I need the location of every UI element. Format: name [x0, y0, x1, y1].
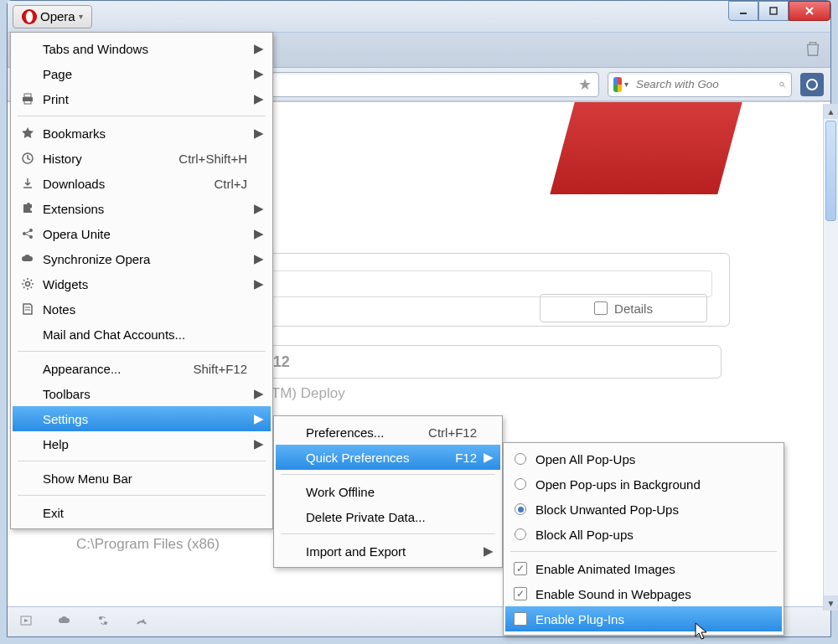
- star-icon: [19, 126, 36, 140]
- menu-item-print[interactable]: Print▶: [13, 86, 271, 111]
- menu-item-block-unwanted-pop-ups[interactable]: Block Unwanted Pop-Ups: [505, 497, 782, 522]
- menu-item-work-offline[interactable]: Work Offline: [276, 479, 500, 504]
- menu-item-label: Downloads: [43, 177, 182, 191]
- submenu-arrow-icon: ▶: [254, 126, 262, 141]
- svg-rect-9: [24, 94, 31, 97]
- menu-separator: [510, 551, 777, 552]
- submenu-arrow-icon: ▶: [254, 436, 262, 451]
- menu-item-history[interactable]: HistoryCtrl+Shift+H: [13, 146, 271, 171]
- menu-item-label: Help: [43, 437, 247, 451]
- menu-item-open-pop-ups-in-background[interactable]: Open Pop-ups in Background: [505, 471, 782, 497]
- vertical-scrollbar[interactable]: ▲ ▼: [823, 104, 838, 611]
- menu-item-label: Preferences...: [306, 425, 396, 440]
- window-controls: [728, 1, 830, 21]
- menu-item-extensions[interactable]: Extensions▶: [13, 196, 271, 221]
- menu-item-accelerator: Shift+F12: [168, 362, 247, 376]
- menu-separator: [18, 116, 266, 116]
- quick-preferences-submenu: Open All Pop-UpsOpen Pop-ups in Backgrou…: [503, 442, 784, 636]
- menu-item-label: Enable Plug-Ins: [535, 612, 758, 626]
- submenu-arrow-icon: ▶: [254, 276, 262, 291]
- cloud-icon: [19, 252, 36, 265]
- closed-tabs-trash-button[interactable]: [804, 39, 822, 60]
- svg-point-13: [23, 232, 26, 235]
- menu-item-appearance[interactable]: Appearance...Shift+F12: [13, 356, 271, 381]
- menu-item-enable-sound-in-webpages[interactable]: ✓Enable Sound in Webpages: [505, 581, 782, 606]
- trash-icon: [804, 39, 822, 58]
- menu-item-exit[interactable]: Exit: [13, 500, 271, 525]
- menu-item-enable-plug-ins[interactable]: Enable Plug-Ins: [505, 606, 782, 631]
- menu-separator: [18, 351, 266, 352]
- menu-separator: [281, 474, 495, 475]
- menu-item-import-and-export[interactable]: Import and Export▶: [276, 538, 500, 564]
- menu-item-label: Extensions: [43, 202, 247, 216]
- menu-item-label: Opera Unite: [43, 227, 247, 241]
- checkbox-icon: [594, 301, 608, 315]
- menu-item-page[interactable]: Page▶: [13, 61, 271, 86]
- scroll-up-arrow-icon[interactable]: ▲: [824, 104, 838, 119]
- menu-item-label: Enable Animated Images: [535, 562, 758, 576]
- menu-item-downloads[interactable]: DownloadsCtrl+J: [13, 171, 271, 196]
- menu-separator: [281, 533, 495, 534]
- bookmark-star-icon[interactable]: ★: [578, 75, 592, 94]
- panel-toggle-icon[interactable]: [19, 614, 33, 630]
- search-field[interactable]: ▾: [608, 72, 792, 97]
- radio-icon: [512, 453, 529, 465]
- details-button[interactable]: Details: [540, 294, 707, 322]
- cloud-status-icon[interactable]: [58, 614, 71, 630]
- menu-item-bookmarks[interactable]: Bookmarks▶: [13, 121, 271, 146]
- plugin-path-2: C:\Program Files (x86): [76, 536, 220, 553]
- menu-item-quick-preferences[interactable]: Quick PreferencesF12▶: [276, 445, 500, 470]
- turbo-status-icon[interactable]: [135, 614, 148, 630]
- menu-item-notes[interactable]: Notes: [13, 296, 271, 322]
- close-button[interactable]: [789, 1, 830, 21]
- submenu-arrow-icon: ▶: [254, 386, 262, 401]
- menu-item-enable-animated-images[interactable]: ✓Enable Animated Images: [505, 556, 782, 581]
- share-icon: [19, 227, 36, 240]
- opera-badge-icon: [806, 79, 818, 90]
- opera-main-menu: Tabs and Windows▶Page▶Print▶Bookmarks▶Hi…: [10, 32, 273, 529]
- menu-item-mail-and-chat-accounts[interactable]: Mail and Chat Accounts...: [13, 322, 271, 347]
- menu-item-open-all-pop-ups[interactable]: Open All Pop-Ups: [505, 446, 782, 471]
- minimize-button[interactable]: [728, 1, 758, 21]
- menu-item-accelerator: Ctrl+Shift+H: [153, 152, 247, 166]
- menu-item-label: Delete Private Data...: [306, 510, 477, 524]
- submenu-arrow-icon: ▶: [254, 66, 262, 81]
- menu-item-show-menu-bar[interactable]: Show Menu Bar: [13, 466, 271, 491]
- menu-item-label: Print: [43, 92, 247, 106]
- menu-item-label: Open All Pop-Ups: [535, 452, 758, 466]
- maximize-button[interactable]: [758, 1, 789, 21]
- menu-item-label: Block Unwanted Pop-Ups: [535, 502, 758, 517]
- menu-item-help[interactable]: Help▶: [13, 431, 271, 456]
- radio-icon: [512, 478, 529, 490]
- checkbox-icon: ✓: [512, 562, 529, 575]
- menu-item-opera-unite[interactable]: Opera Unite▶: [13, 221, 271, 246]
- submenu-arrow-icon: ▶: [254, 201, 262, 216]
- opera-menu-button[interactable]: Opera ▾: [13, 5, 92, 28]
- menu-item-delete-private-data[interactable]: Delete Private Data...: [276, 504, 500, 529]
- search-input[interactable]: [631, 78, 779, 90]
- opera-logo-icon: [22, 9, 37, 24]
- scrollbar-thumb[interactable]: [825, 121, 836, 221]
- menu-item-block-all-pop-ups[interactable]: Block All Pop-ups: [505, 522, 782, 547]
- menu-item-preferences[interactable]: Preferences...Ctrl+F12: [276, 420, 500, 445]
- menu-item-synchronize-opera[interactable]: Synchronize Opera▶: [13, 246, 271, 271]
- checkbox-icon: ✓: [512, 587, 529, 600]
- chevron-down-icon[interactable]: ▾: [622, 80, 631, 89]
- opera-turbo-button[interactable]: [800, 73, 824, 96]
- scroll-down-arrow-icon[interactable]: ▼: [824, 595, 838, 611]
- submenu-arrow-icon: ▶: [254, 91, 262, 106]
- search-icon[interactable]: [779, 78, 786, 91]
- chevron-down-icon: ▾: [79, 12, 83, 21]
- menu-item-label: Bookmarks: [43, 126, 247, 141]
- link-status-icon[interactable]: [96, 614, 110, 630]
- menu-item-label: Block All Pop-ups: [535, 528, 758, 542]
- menu-item-tabs-and-windows[interactable]: Tabs and Windows▶: [13, 36, 271, 61]
- menu-item-settings[interactable]: Settings▶: [13, 406, 271, 431]
- submenu-arrow-icon: ▶: [254, 226, 262, 241]
- menu-item-label: Notes: [43, 302, 247, 317]
- svg-rect-1: [770, 8, 777, 14]
- menu-item-toolbars[interactable]: Toolbars▶: [13, 381, 271, 406]
- menu-item-widgets[interactable]: Widgets▶: [13, 271, 271, 296]
- details-label: Details: [614, 301, 653, 316]
- download-icon: [19, 177, 36, 190]
